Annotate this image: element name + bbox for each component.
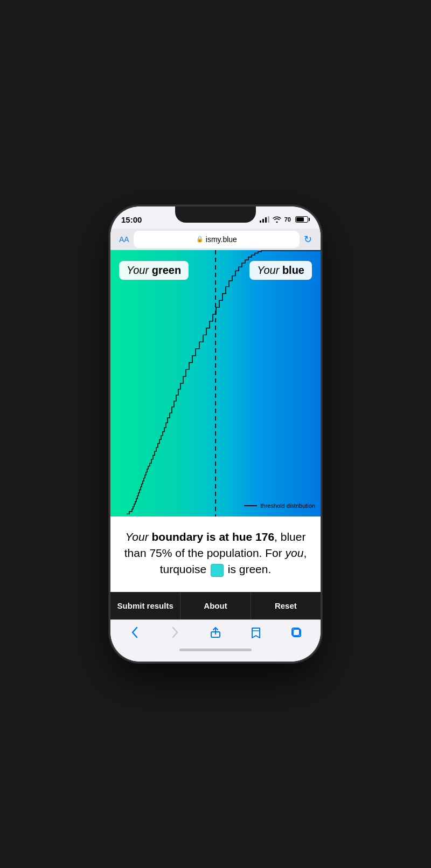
result-your-italic: Your: [125, 531, 151, 543]
back-button[interactable]: [123, 621, 147, 644]
share-button[interactable]: [204, 621, 227, 644]
bookmarks-button[interactable]: [244, 621, 268, 644]
label-your-italic-left: Your: [127, 264, 152, 276]
battery-percent: 70: [284, 216, 291, 223]
browser-url-text: ismy.blue: [206, 235, 237, 244]
browser-url-bar[interactable]: 🔒 ismy.blue: [134, 231, 300, 248]
turquoise-color-swatch: [211, 564, 224, 577]
result-boundary-bold: boundary is at hue 176: [152, 531, 275, 543]
legend-label: threshold distribution: [260, 502, 315, 509]
home-indicator: [110, 644, 321, 662]
status-icons: 70: [260, 216, 310, 223]
label-your-italic-right: Your: [257, 264, 282, 276]
legend-line: [244, 505, 257, 506]
browser-aa-button[interactable]: AA: [119, 235, 129, 244]
status-time: 15:00: [121, 215, 142, 224]
submit-results-button[interactable]: Submit results: [110, 592, 180, 619]
signal-icon: [260, 216, 269, 223]
battery-icon: [295, 216, 310, 223]
chart-legend: threshold distribution: [244, 502, 315, 509]
result-text: Your boundary is at hue 176, bluer than …: [124, 529, 307, 578]
result-area: Your boundary is at hue 176, bluer than …: [110, 516, 321, 592]
phone-frame: 15:00 70: [110, 206, 321, 662]
result-you-italic: you: [286, 547, 304, 559]
forward-button[interactable]: [163, 621, 187, 644]
browser-bar: AA 🔒 ismy.blue ↻: [110, 229, 321, 250]
chart-area: Your green Your blue threshold distribut…: [110, 250, 321, 516]
chart-label-blue: Your blue: [249, 261, 312, 280]
safari-toolbar: [110, 619, 321, 644]
reset-button[interactable]: Reset: [251, 592, 321, 619]
action-bar: Submit results About Reset: [110, 592, 321, 619]
tabs-button[interactable]: [284, 621, 308, 644]
label-green-bold: green: [152, 264, 181, 276]
notch: [175, 206, 256, 223]
phone-screen: 15:00 70: [110, 206, 321, 662]
about-button[interactable]: About: [180, 592, 251, 619]
home-bar: [179, 649, 252, 651]
refresh-button[interactable]: ↻: [304, 233, 312, 245]
lock-icon: 🔒: [196, 236, 204, 243]
wifi-icon: [273, 216, 281, 223]
chart-label-green: Your green: [119, 261, 189, 280]
label-blue-bold: blue: [282, 264, 304, 276]
boundary-line: [215, 250, 216, 516]
